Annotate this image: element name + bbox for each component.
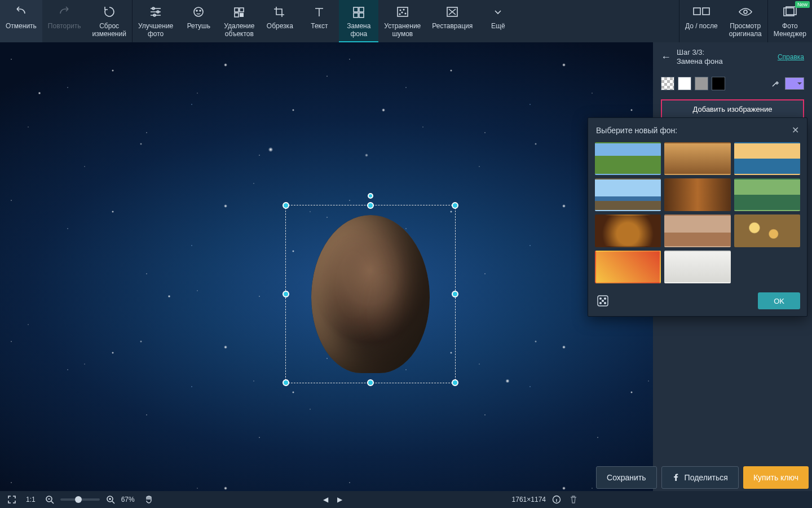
bg-thumb-forest[interactable] — [664, 178, 730, 211]
ok-button[interactable]: OK — [758, 292, 800, 309]
resize-handle-bl[interactable] — [283, 379, 289, 386]
svg-point-15 — [400, 10, 401, 11]
dice-random-icon[interactable] — [595, 293, 611, 309]
next-image-icon[interactable]: ▶ — [337, 496, 342, 503]
resize-handle-tl[interactable] — [283, 202, 289, 209]
pan-hand-icon[interactable] — [143, 493, 155, 506]
swatch-gray[interactable] — [695, 77, 708, 90]
svg-point-31 — [604, 303, 606, 304]
crop-label: Обрезка — [267, 23, 293, 30]
resize-handle-br[interactable] — [452, 379, 458, 386]
rotate-handle[interactable] — [368, 193, 373, 199]
eye-icon — [738, 5, 753, 19]
more-button[interactable]: Ещё — [478, 0, 518, 42]
add-image-button[interactable]: Добавить изображение — [661, 99, 804, 120]
save-button[interactable]: Сохранить — [596, 466, 657, 489]
resize-handle-b[interactable] — [367, 379, 374, 386]
resize-handle-r[interactable] — [452, 291, 458, 297]
share-button[interactable]: Поделиться — [661, 466, 739, 489]
bottom-bar: 1:1 67% ◀ ▶ 1761×1174 — [0, 491, 812, 508]
svg-rect-7 — [240, 8, 244, 12]
view-original-button[interactable]: Просмотр оригинала — [723, 0, 767, 42]
noise-icon — [396, 5, 409, 19]
bg-thumb-paper[interactable] — [664, 251, 730, 283]
more-label: Ещё — [491, 23, 505, 30]
color-swatch-row — [653, 72, 812, 95]
resize-handle-t[interactable] — [367, 202, 374, 209]
bg-replace-button[interactable]: Замена фона — [339, 0, 378, 42]
back-arrow-icon[interactable]: ← — [661, 51, 671, 63]
sliders-icon — [149, 5, 162, 19]
zoom-in-icon[interactable] — [104, 493, 117, 506]
help-link[interactable]: Справка — [778, 53, 804, 61]
reset-button[interactable]: Сброс изменений — [86, 0, 131, 42]
retouch-button[interactable]: Ретушь — [179, 0, 218, 42]
bg-thumb-fire[interactable] — [595, 251, 661, 283]
zoom-slider-thumb[interactable] — [75, 496, 82, 503]
zoom-out-icon[interactable] — [43, 493, 56, 506]
swatch-black[interactable] — [712, 77, 725, 90]
zoom-percentage: 67% — [121, 496, 135, 503]
buy-key-button[interactable]: Купить ключ — [743, 466, 809, 489]
zoom-slider[interactable] — [60, 498, 100, 501]
info-icon[interactable] — [550, 493, 563, 506]
undo-button[interactable]: Отменить — [0, 0, 42, 42]
restore-button[interactable]: Реставрация — [426, 0, 478, 42]
view-original-label: Просмотр оригинала — [729, 23, 762, 38]
chevron-down-icon — [492, 5, 504, 19]
prev-image-icon[interactable]: ◀ — [323, 496, 328, 503]
bg-thumb-bokeh[interactable] — [734, 214, 800, 247]
bg-thumb-path[interactable] — [595, 142, 661, 175]
before-after-button[interactable]: До / после — [679, 0, 723, 42]
bg-thumb-sunset[interactable] — [734, 142, 800, 175]
restore-label: Реставрация — [432, 23, 473, 30]
svg-rect-9 — [240, 13, 244, 17]
bg-thumb-seacliff[interactable] — [595, 178, 661, 211]
undo-icon — [14, 5, 28, 19]
compare-icon — [693, 5, 710, 19]
denoise-button[interactable]: Устранение шумов — [378, 0, 426, 42]
bg-thumb-stage[interactable] — [595, 214, 661, 247]
svg-rect-11 — [359, 7, 364, 12]
bg-thumb-mars[interactable] — [664, 214, 730, 247]
undo-label: Отменить — [6, 23, 37, 30]
photo-manager-button[interactable]: New Фото Менеджер — [768, 0, 812, 42]
before-after-label: До / после — [685, 23, 718, 30]
retouch-label: Ретушь — [187, 23, 210, 30]
svg-point-16 — [403, 9, 404, 10]
enhance-label: Улучшение фото — [138, 23, 173, 38]
fit-ratio[interactable]: 1:1 — [26, 496, 36, 503]
crop-icon — [273, 5, 286, 19]
svg-point-17 — [401, 12, 403, 13]
svg-rect-13 — [359, 13, 364, 17]
bg-replace-icon — [352, 5, 365, 19]
text-label: Текст — [311, 23, 328, 30]
resize-handle-l[interactable] — [283, 291, 289, 297]
swatch-transparent[interactable] — [661, 77, 674, 90]
crop-button[interactable]: Обрезка — [260, 0, 299, 42]
resize-handle-tr[interactable] — [452, 202, 458, 209]
remove-objects-button[interactable]: Удаление объектов — [218, 0, 260, 42]
zoom-control: 67% — [43, 493, 135, 506]
fullscreen-icon[interactable] — [6, 493, 18, 506]
remove-objects-label: Удаление объектов — [224, 23, 254, 38]
background-thumbnails — [588, 142, 807, 287]
svg-point-19 — [399, 14, 400, 15]
bg-thumb-lake[interactable] — [734, 178, 800, 211]
svg-point-30 — [600, 303, 602, 304]
popup-title: Выберите новый фон: — [596, 126, 677, 135]
trash-icon[interactable] — [567, 493, 580, 506]
svg-point-5 — [200, 10, 201, 11]
enhance-button[interactable]: Улучшение фото — [133, 0, 179, 42]
text-button[interactable]: Текст — [299, 0, 339, 42]
eyedropper-icon[interactable] — [769, 77, 782, 90]
close-icon[interactable]: ✕ — [792, 125, 799, 135]
selection-box[interactable] — [285, 205, 456, 383]
eraser-icon — [232, 5, 246, 19]
new-badge: New — [795, 1, 810, 8]
color-picker-button[interactable] — [785, 77, 804, 90]
bg-thumb-boardwalk[interactable] — [664, 142, 730, 175]
redo-label: Повторить — [48, 23, 81, 30]
swatch-white[interactable] — [678, 77, 691, 90]
redo-icon — [57, 5, 72, 19]
